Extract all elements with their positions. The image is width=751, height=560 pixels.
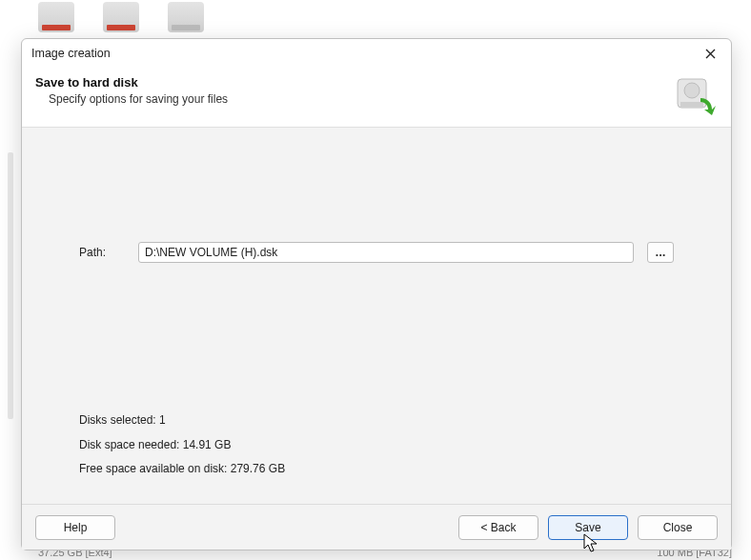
dialog-subtext: Specify options for saving your files <box>35 92 228 106</box>
close-icon <box>705 49 716 59</box>
disk-thumb-icon <box>103 2 139 32</box>
disk-thumb-icon <box>168 2 204 32</box>
path-input[interactable] <box>138 242 634 263</box>
close-footer-button[interactable]: Close <box>638 515 718 540</box>
dialog-content: Path: ... Disks selected: 1 Disk space n… <box>22 128 731 504</box>
dialog-heading: Save to hard disk <box>35 75 228 90</box>
hard-disk-save-icon <box>672 75 718 117</box>
space-needed: Disk space needed: 14.91 GB <box>79 433 285 457</box>
background-scroll-hint <box>8 152 13 419</box>
background-disk-icons <box>38 0 204 32</box>
dialog-footer: Help < Back Save Close <box>22 504 731 550</box>
help-button[interactable]: Help <box>35 515 115 540</box>
close-button[interactable] <box>697 43 723 64</box>
dialog-titlebar: Image creation <box>22 39 731 68</box>
browse-button[interactable]: ... <box>647 242 674 263</box>
disk-thumb-icon <box>38 2 74 32</box>
free-space: Free space available on disk: 279.76 GB <box>79 457 285 481</box>
dialog-header: Save to hard disk Specify options for sa… <box>22 68 731 128</box>
svg-point-2 <box>684 83 700 98</box>
path-label: Path: <box>79 246 125 259</box>
path-row: Path: ... <box>79 242 674 263</box>
svg-rect-1 <box>680 102 703 107</box>
disks-selected: Disks selected: 1 <box>79 409 285 432</box>
image-creation-dialog: Image creation Save to hard disk Specify… <box>21 38 732 550</box>
save-button[interactable]: Save <box>548 515 628 540</box>
back-button[interactable]: < Back <box>458 515 538 540</box>
dialog-title: Image creation <box>31 47 111 60</box>
disk-stats: Disks selected: 1 Disk space needed: 14.… <box>79 409 285 481</box>
dialog-header-text: Save to hard disk Specify options for sa… <box>35 75 228 106</box>
